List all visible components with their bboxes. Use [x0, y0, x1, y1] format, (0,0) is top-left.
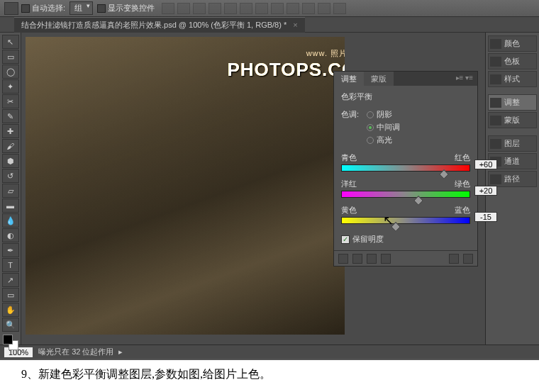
eraser-tool-icon[interactable]: ▱ — [2, 184, 19, 198]
align-icon[interactable] — [224, 3, 237, 14]
distribute-icon[interactable] — [255, 3, 268, 14]
slider-handle[interactable] — [439, 169, 449, 179]
color-swatch[interactable] — [3, 335, 18, 350]
watermark: www. 照片处理网 PHOTOPS.COM — [227, 48, 345, 81]
slider-value[interactable]: +60 — [474, 159, 497, 169]
status-text: 曝光只在 32 位起作用 — [38, 347, 113, 357]
auto-select-checkbox[interactable] — [21, 4, 30, 13]
panel-layers[interactable]: 图层 — [488, 135, 537, 152]
radio-midtones[interactable]: 中间调 — [367, 122, 400, 133]
align-icon[interactable] — [240, 3, 252, 14]
panel-styles[interactable]: 样式 — [488, 71, 537, 87]
distribute-icon[interactable] — [271, 3, 284, 14]
align-icon[interactable] — [193, 3, 206, 14]
pen-tool-icon[interactable]: ✒ — [2, 243, 19, 257]
heal-tool-icon[interactable]: ✚ — [2, 124, 19, 138]
slider-magenta-green[interactable]: 洋红绿色 +20 — [341, 179, 470, 198]
return-icon[interactable] — [338, 254, 348, 264]
paths-icon — [490, 174, 501, 184]
tab-mask[interactable]: 蒙版 — [364, 72, 394, 86]
panel-paths[interactable]: 路径 — [488, 171, 537, 187]
distribute-icon[interactable] — [318, 3, 330, 14]
crop-tool-icon[interactable]: ✂ — [2, 94, 19, 108]
view-prev-icon[interactable] — [381, 254, 391, 264]
panel-mask[interactable]: 蒙版 — [488, 112, 537, 128]
watermark-line1: www. 照片处理网 — [227, 48, 345, 59]
tone-label: 色调: — [341, 109, 367, 145]
gradient-tool-icon[interactable]: ▬ — [2, 198, 19, 213]
panel-color[interactable]: 颜色 — [488, 35, 537, 52]
show-transform-label: 显示变换控件 — [108, 3, 155, 13]
radio-icon — [367, 137, 374, 144]
visibility-icon[interactable] — [352, 254, 362, 264]
radio-shadows[interactable]: 阴影 — [367, 109, 400, 120]
panel-footer — [334, 250, 477, 266]
close-icon[interactable]: × — [293, 21, 297, 29]
show-transform-checkbox[interactable] — [97, 4, 106, 13]
distribute-icon[interactable] — [287, 3, 299, 14]
chevron-right-icon[interactable]: ▸ — [118, 347, 123, 357]
slider-handle[interactable] — [391, 222, 401, 232]
brush-tool-icon[interactable]: 🖌 — [2, 139, 19, 153]
lasso-tool-icon[interactable]: ◯ — [2, 65, 19, 79]
mask-icon — [490, 116, 501, 125]
blur-tool-icon[interactable]: 💧 — [2, 213, 19, 228]
clip-icon[interactable] — [367, 254, 377, 264]
swatches-icon — [490, 57, 501, 67]
adjustments-panel: 调整 蒙版 ▸≡ ▾≡ 色彩平衡 色调: 阴影 中间调 高光 青色红色 +60 … — [333, 71, 478, 267]
fg-color-icon[interactable] — [3, 335, 13, 345]
panel-adjustments[interactable]: 调整 — [488, 94, 537, 111]
path-tool-icon[interactable]: ↗ — [2, 273, 19, 287]
type-tool-icon[interactable]: T — [2, 258, 19, 272]
eyedropper-tool-icon[interactable]: ✎ — [2, 109, 19, 123]
distribute-icon[interactable] — [302, 3, 315, 14]
auto-select-dropdown[interactable]: 组 — [70, 1, 93, 15]
align-icon[interactable] — [162, 3, 174, 14]
tab-adjustments[interactable]: 调整 — [334, 72, 364, 86]
adjustment-title: 色彩平衡 — [341, 91, 470, 102]
checkbox-icon: ✓ — [341, 235, 350, 244]
step-caption: 9、新建色彩平衡调整图层,参数如图,给图片上色。 — [21, 367, 271, 382]
layers-icon — [490, 139, 501, 149]
radio-icon — [367, 111, 374, 118]
styles-icon — [490, 74, 501, 84]
radio-icon — [367, 124, 374, 131]
status-bar: 100% 曝光只在 32 位起作用 ▸ — [0, 345, 539, 359]
document-tab-bar: 结合外挂滤镜打造质感逼真的老照片效果.psd @ 100% (色彩平衡 1, R… — [0, 17, 539, 33]
watermark-line2: PHOTOPS.COM — [227, 59, 345, 81]
color-icon — [490, 39, 501, 49]
hand-tool-icon[interactable]: ✋ — [2, 303, 19, 317]
adjust-icon — [490, 98, 501, 108]
delete-icon[interactable] — [463, 254, 473, 264]
align-icons — [162, 3, 346, 14]
align-icon[interactable] — [209, 3, 221, 14]
shape-tool-icon[interactable]: ▭ — [2, 288, 19, 302]
document-title: 结合外挂滤镜打造质感逼真的老照片效果.psd @ 100% (色彩平衡 1, R… — [21, 21, 287, 29]
radio-highlights[interactable]: 高光 — [367, 135, 400, 145]
preserve-luminosity-checkbox[interactable]: ✓ 保留明度 — [341, 234, 470, 245]
panel-menu-icon[interactable]: ▸≡ ▾≡ — [452, 72, 477, 86]
options-bar: 自动选择: 组 显示变换控件 — [0, 0, 539, 17]
move-tool-icon[interactable]: ↖ — [2, 35, 19, 49]
slider-yellow-blue[interactable]: 黄色蓝色 -15 — [341, 205, 470, 224]
slider-value[interactable]: -15 — [474, 212, 497, 222]
tool-preset-icon[interactable] — [4, 2, 18, 15]
wand-tool-icon[interactable]: ✦ — [2, 79, 19, 94]
marquee-tool-icon[interactable]: ▭ — [2, 50, 19, 64]
distribute-icon[interactable] — [333, 3, 346, 14]
dodge-tool-icon[interactable]: ◐ — [2, 228, 19, 242]
tools-panel: ↖ ▭ ◯ ✦ ✂ ✎ ✚ 🖌 ⬢ ↺ ▱ ▬ 💧 ◐ ✒ T ↗ ▭ ✋ 🔍 — [0, 33, 21, 345]
slider-cyan-red[interactable]: 青色红色 +60 — [341, 152, 470, 172]
stamp-tool-icon[interactable]: ⬢ — [2, 154, 19, 168]
history-brush-tool-icon[interactable]: ↺ — [2, 169, 19, 183]
slider-handle[interactable] — [413, 196, 423, 206]
zoom-tool-icon[interactable]: 🔍 — [2, 318, 19, 332]
auto-select-label: 自动选择: — [32, 3, 65, 13]
align-icon[interactable] — [177, 3, 190, 14]
slider-value[interactable]: +20 — [474, 186, 497, 196]
panel-swatches[interactable]: 色板 — [488, 53, 537, 69]
document-image: www. 照片处理网 PHOTOPS.COM — [26, 37, 345, 335]
document-tab[interactable]: 结合外挂滤镜打造质感逼真的老照片效果.psd @ 100% (色彩平衡 1, R… — [14, 17, 305, 33]
reset-icon[interactable] — [449, 254, 459, 264]
